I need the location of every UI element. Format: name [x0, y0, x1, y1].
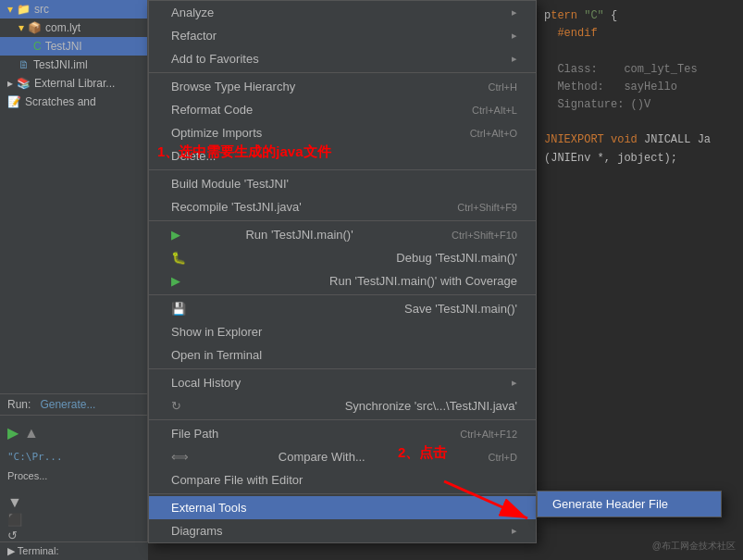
iml-icon: 🗎	[19, 58, 30, 71]
separator-7	[149, 493, 536, 494]
sidebar-item-scratches[interactable]: 📝 Scratches and	[0, 93, 147, 111]
code-line-7	[544, 114, 736, 131]
menu-item-browse-hierarchy[interactable]: Browse Type Hierarchy Ctrl+H	[149, 75, 536, 98]
code-editor: ptern "C" { #endif Class: com_lyt_Tes Me…	[537, 0, 743, 560]
run-stop-icon[interactable]: ⬛	[7, 513, 140, 527]
menu-item-recompile[interactable]: Recompile 'TestJNI.java' Ctrl+Shift+F9	[149, 195, 536, 218]
menu-item-save[interactable]: 💾 Save 'TestJNI.main()'	[149, 297, 536, 320]
menu-item-terminal-label: Open in Terminal	[171, 348, 262, 362]
menu-item-coverage[interactable]: ▶ Run 'TestJNI.main()' with Coverage	[149, 269, 536, 292]
menu-item-reformat-label: Reformat Code	[171, 103, 253, 117]
menu-item-explorer-label: Show in Explorer	[171, 325, 262, 339]
menu-item-build[interactable]: Build Module 'TestJNI'	[149, 172, 536, 195]
menu-item-diagrams[interactable]: Diagrams ▸	[149, 519, 536, 542]
sidebar-item-src-label: src	[34, 3, 49, 16]
menu-item-recompile-label: Recompile 'TestJNI.java'	[171, 200, 302, 214]
menu-item-open-terminal[interactable]: Open in Terminal	[149, 343, 536, 367]
lib-expand-icon: ▸	[7, 77, 13, 90]
compare-icon: ⟺	[171, 450, 189, 464]
code-line-8: JNIEXPORT void JNICALL Ja	[544, 131, 736, 149]
terminal-label-text: Terminal:	[18, 545, 59, 556]
menu-item-analyze-label: Analyze	[171, 6, 214, 19]
run-label-text: Run:	[7, 398, 31, 411]
folder-icon: 📁	[17, 3, 31, 16]
sidebar-item-iml-label: TestJNI.iml	[33, 58, 88, 71]
menu-item-browse-shortcut: Ctrl+H	[489, 81, 517, 93]
coverage-icon: ▶	[171, 274, 180, 288]
menu-item-external-tools[interactable]: External Tools ▸	[149, 496, 536, 519]
sidebar-item-scratches-label: Scratches and	[25, 95, 96, 108]
submenu-arrow-favorites: ▸	[512, 53, 517, 65]
run-content: ▶ ▲ "C:\Pr... Proces...	[0, 416, 147, 491]
separator-4	[149, 294, 536, 295]
menu-item-refactor-label: Refactor	[171, 29, 217, 43]
submenu-arrow-diagrams: ▸	[512, 525, 517, 537]
menu-item-external-tools-label: External Tools	[171, 501, 246, 515]
code-line-6: Signature: ()V	[544, 96, 736, 114]
menu-item-compare-with[interactable]: ⟺ Compare With... Ctrl+D	[149, 445, 536, 468]
class-icon: C	[33, 40, 42, 53]
submenu-item-generate-header[interactable]: Generate Header File	[538, 492, 721, 516]
scratch-icon: 📝	[7, 95, 21, 108]
sidebar-item-com-lyt[interactable]: ▾ 📦 com.lyt	[0, 19, 147, 37]
menu-item-debug[interactable]: 🐛 Debug 'TestJNI.main()'	[149, 246, 536, 269]
sidebar-item-extlibs-label: External Librar...	[34, 77, 115, 90]
code-line-1: ptern "C" {	[544, 7, 736, 25]
menu-item-compare-editor-label: Compare File with Editor	[171, 473, 303, 487]
menu-item-analyze[interactable]: Analyze ▸	[149, 1, 536, 24]
menu-item-build-label: Build Module 'TestJNI'	[171, 177, 289, 191]
folder-expand-icon: ▾	[7, 3, 13, 16]
sidebar-item-testjni[interactable]: C TestJNI	[0, 37, 147, 56]
terminal-tab[interactable]: ▶ Terminal:	[0, 541, 148, 560]
run-content-line1: "C:\Pr...	[7, 449, 140, 466]
sidebar-item-external-libs[interactable]: ▸ 📚 External Librar...	[0, 74, 147, 93]
menu-item-optimize[interactable]: Optimize Imports Ctrl+Alt+O	[149, 121, 536, 144]
save-icon: 💾	[171, 302, 186, 316]
separator-2	[149, 169, 536, 170]
menu-item-refactor[interactable]: Refactor ▸	[149, 24, 536, 47]
menu-item-synchronize[interactable]: ↻ Synchronize 'src\...\TestJNI.java'	[149, 394, 536, 417]
menu-item-filepath[interactable]: File Path Ctrl+Alt+F12	[149, 422, 536, 445]
menu-item-delete[interactable]: Delete...	[149, 144, 536, 168]
code-line-5: Method: sayHello	[544, 79, 736, 96]
lib-icon: 📚	[17, 77, 31, 90]
sync-icon: ↻	[171, 399, 181, 413]
run-down-button[interactable]: ▼	[7, 494, 140, 511]
submenu-generate-header-label: Generate Header File	[552, 497, 668, 511]
code-line-9: (JNIEnv *, jobject);	[544, 150, 736, 168]
run-process-label: Proces...	[7, 468, 140, 485]
menu-item-diagrams-label: Diagrams	[171, 524, 223, 538]
submenu-arrow-external: ▸	[512, 502, 517, 514]
menu-item-add-favorites[interactable]: Add to Favorites ▸	[149, 47, 536, 70]
menu-item-compare-editor[interactable]: Compare File with Editor	[149, 468, 536, 492]
menu-item-save-label: Save 'TestJNI.main()'	[404, 302, 517, 316]
menu-item-reformat[interactable]: Reformat Code Ctrl+Alt+L	[149, 98, 536, 121]
menu-item-history-label: Local History	[171, 376, 241, 390]
sidebar-item-iml[interactable]: 🗎 TestJNI.iml	[0, 56, 147, 74]
sidebar-item-src[interactable]: ▾ 📁 src	[0, 0, 147, 19]
menu-item-compare-shortcut: Ctrl+D	[489, 452, 517, 463]
menu-item-optimize-label: Optimize Imports	[171, 126, 262, 140]
menu-item-sync-label: Synchronize 'src\...\TestJNI.java'	[345, 399, 517, 413]
run-panel: Run: Generate... ▶ ▲ "C:\Pr... Proces...…	[0, 393, 148, 560]
menu-item-coverage-label: Run 'TestJNI.main()' with Coverage	[329, 274, 517, 288]
run-rerun-icon[interactable]: ↺	[7, 529, 140, 542]
run-play-button[interactable]: ▶	[7, 421, 19, 445]
run-up-button[interactable]: ▲	[24, 421, 39, 445]
package-icon: 📦	[28, 21, 42, 34]
menu-item-local-history[interactable]: Local History ▸	[149, 371, 536, 394]
separator-3	[149, 220, 536, 221]
menu-item-run[interactable]: ▶ Run 'TestJNI.main()' Ctrl+Shift+F10	[149, 223, 536, 246]
submenu-arrow-refactor: ▸	[512, 30, 517, 42]
folder-expand-icon-2: ▾	[19, 21, 24, 34]
run-generate-text: Generate...	[40, 398, 95, 411]
separator-5	[149, 368, 536, 369]
code-line-3	[544, 43, 736, 60]
context-menu: Analyze ▸ Refactor ▸ Add to Favorites ▸ …	[148, 0, 537, 543]
menu-item-filepath-label: File Path	[171, 427, 218, 441]
menu-item-show-explorer[interactable]: Show in Explorer	[149, 320, 536, 343]
watermark: @布工网金技术社区	[652, 540, 736, 553]
menu-item-optimize-shortcut: Ctrl+Alt+O	[470, 128, 517, 139]
run-icon: ▶	[171, 228, 180, 242]
menu-item-debug-label: Debug 'TestJNI.main()'	[396, 251, 517, 265]
